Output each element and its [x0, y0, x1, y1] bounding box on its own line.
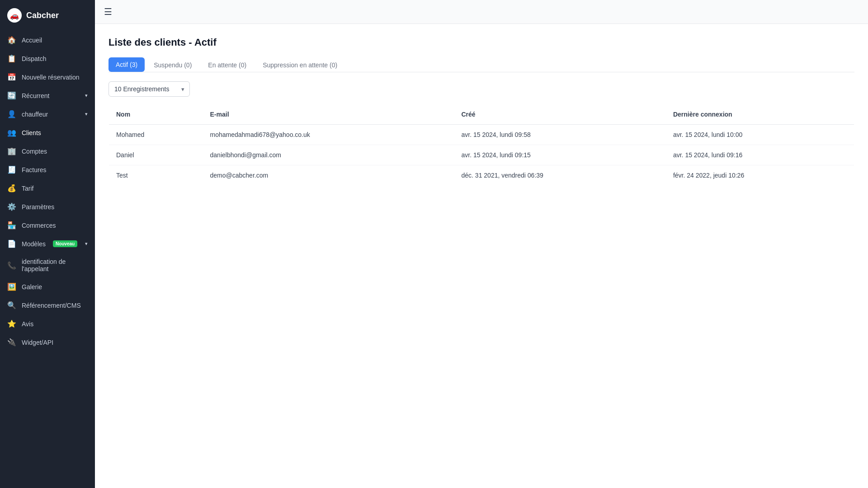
sidebar-item-modeles[interactable]: 📄 Modèles Nouveau ▾: [0, 235, 95, 253]
sidebar-item-referencement[interactable]: 🔍 Référencement/CMS: [0, 296, 95, 314]
tarif-icon: 💰: [7, 184, 16, 192]
chevron-down-icon: ▾: [85, 93, 88, 99]
cell-derniere-connexion: févr. 24 2022, jeudi 10:26: [666, 165, 854, 186]
cell-cree: avr. 15 2024, lundi 09:58: [454, 125, 666, 145]
star-icon: ⭐: [7, 319, 16, 328]
sidebar-item-label: Commerces: [22, 222, 56, 229]
new-badge: Nouveau: [53, 240, 77, 247]
tab-actif[interactable]: Actif (3): [108, 57, 145, 72]
cell-derniere-connexion: avr. 15 2024, lundi 09:16: [666, 145, 854, 165]
app-name: Cabcher: [26, 11, 59, 20]
cell-email: demo@cabcher.com: [203, 165, 454, 186]
content-area: Liste des clients - Actif Actif (3) Susp…: [95, 24, 868, 488]
cell-nom: Mohamed: [109, 125, 203, 145]
commerces-icon: 🏪: [7, 221, 16, 230]
cell-nom: Daniel: [109, 145, 203, 165]
sidebar-item-label: Dispatch: [22, 55, 46, 62]
sidebar-item-dispatch[interactable]: 📋 Dispatch: [0, 49, 95, 68]
sidebar: 🚗 Cabcher 🏠 Accueil 📋 Dispatch 📅 Nouvell…: [0, 0, 95, 488]
main-content: ☰ Liste des clients - Actif Actif (3) Su…: [95, 0, 868, 488]
sidebar-item-label: Avis: [22, 320, 33, 328]
cell-nom: Test: [109, 165, 203, 186]
sidebar-item-label: Factures: [22, 166, 46, 174]
sidebar-item-label: Galerie: [22, 283, 42, 291]
recurrent-icon: 🔄: [7, 91, 16, 100]
chevron-down-icon: ▾: [85, 241, 88, 247]
sidebar-item-factures[interactable]: 🧾 Factures: [0, 160, 95, 179]
records-per-page-select[interactable]: 10 Enregistrements 25 Enregistrements 50…: [108, 81, 190, 97]
sidebar-item-accueil[interactable]: 🏠 Accueil: [0, 31, 95, 49]
clients-table: Nom E-mail Créé Dernière connexion Moham…: [108, 104, 854, 186]
table-header: Nom E-mail Créé Dernière connexion: [109, 104, 854, 125]
reservation-icon: 📅: [7, 73, 16, 81]
col-email: E-mail: [203, 104, 454, 125]
cell-cree: déc. 31 2021, vendredi 06:39: [454, 165, 666, 186]
tab-en-attente[interactable]: En attente (0): [201, 58, 254, 72]
records-select-wrapper: 10 Enregistrements 25 Enregistrements 50…: [108, 81, 190, 97]
col-nom: Nom: [109, 104, 203, 125]
records-selector-wrapper: 10 Enregistrements 25 Enregistrements 50…: [108, 81, 854, 97]
sidebar-item-commerces[interactable]: 🏪 Commerces: [0, 216, 95, 235]
settings-icon: ⚙️: [7, 202, 16, 211]
chevron-down-icon: ▾: [85, 111, 88, 117]
app-logo[interactable]: 🚗 Cabcher: [0, 0, 95, 31]
sidebar-item-label: Nouvelle réservation: [22, 74, 80, 81]
topbar: ☰: [95, 0, 868, 24]
table-body: Mohamed mohamedahmadi678@yahoo.co.uk avr…: [109, 125, 854, 186]
sidebar-item-recurrent[interactable]: 🔄 Récurrent ▾: [0, 86, 95, 105]
sidebar-item-identification[interactable]: 📞 identification de l'appelant: [0, 253, 95, 277]
sidebar-item-label: Accueil: [22, 37, 42, 44]
header-row: Nom E-mail Créé Dernière connexion: [109, 104, 854, 125]
tab-suppression[interactable]: Suppression en attente (0): [255, 58, 344, 72]
sidebar-item-tarif[interactable]: 💰 Tarif: [0, 179, 95, 197]
table-row[interactable]: Test demo@cabcher.com déc. 31 2021, vend…: [109, 165, 854, 186]
sidebar-item-label: Widget/API: [22, 339, 53, 346]
hamburger-button[interactable]: ☰: [104, 6, 112, 17]
cell-cree: avr. 15 2024, lundi 09:15: [454, 145, 666, 165]
clients-icon: 👥: [7, 128, 16, 137]
factures-icon: 🧾: [7, 165, 16, 174]
sidebar-item-label: identification de l'appelant: [22, 258, 88, 272]
sidebar-item-label: Paramètres: [22, 203, 54, 211]
sidebar-item-label: Comptes: [22, 148, 47, 155]
api-icon: 🔌: [7, 338, 16, 347]
sidebar-item-clients[interactable]: 👥 Clients: [0, 123, 95, 142]
tab-bar: Actif (3) Suspendu (0) En attente (0) Su…: [108, 57, 854, 72]
tab-suspendu[interactable]: Suspendu (0): [146, 58, 199, 72]
table-row[interactable]: Mohamed mohamedahmadi678@yahoo.co.uk avr…: [109, 125, 854, 145]
dispatch-icon: 📋: [7, 54, 16, 63]
table-row[interactable]: Daniel danielbhondi@gmail.com avr. 15 20…: [109, 145, 854, 165]
sidebar-item-label: Tarif: [22, 185, 33, 192]
sidebar-item-label: Modèles: [22, 240, 46, 248]
page-title: Liste des clients - Actif: [108, 37, 854, 48]
sidebar-item-widget-api[interactable]: 🔌 Widget/API: [0, 333, 95, 352]
sidebar-item-label: Référencement/CMS: [22, 302, 81, 309]
col-cree: Créé: [454, 104, 666, 125]
seo-icon: 🔍: [7, 301, 16, 310]
sidebar-item-chauffeur[interactable]: 👤 chauffeur ▾: [0, 105, 95, 123]
col-derniere-connexion: Dernière connexion: [666, 104, 854, 125]
cell-email: mohamedahmadi678@yahoo.co.uk: [203, 125, 454, 145]
modeles-icon: 📄: [7, 239, 16, 248]
chauffeur-icon: 👤: [7, 110, 16, 118]
sidebar-item-galerie[interactable]: 🖼️ Galerie: [0, 277, 95, 296]
logo-icon: 🚗: [7, 8, 22, 23]
sidebar-item-label: Récurrent: [22, 92, 49, 99]
cell-derniere-connexion: avr. 15 2024, lundi 10:00: [666, 125, 854, 145]
sidebar-item-label: Clients: [22, 129, 41, 136]
comptes-icon: 🏢: [7, 147, 16, 155]
phone-icon: 📞: [7, 261, 16, 270]
sidebar-item-label: chauffeur: [22, 111, 48, 118]
sidebar-item-nouvelle-reservation[interactable]: 📅 Nouvelle réservation: [0, 68, 95, 86]
home-icon: 🏠: [7, 36, 16, 44]
gallery-icon: 🖼️: [7, 282, 16, 291]
sidebar-item-avis[interactable]: ⭐ Avis: [0, 314, 95, 333]
sidebar-item-comptes[interactable]: 🏢 Comptes: [0, 142, 95, 160]
cell-email: danielbhondi@gmail.com: [203, 145, 454, 165]
sidebar-item-parametres[interactable]: ⚙️ Paramètres: [0, 197, 95, 216]
